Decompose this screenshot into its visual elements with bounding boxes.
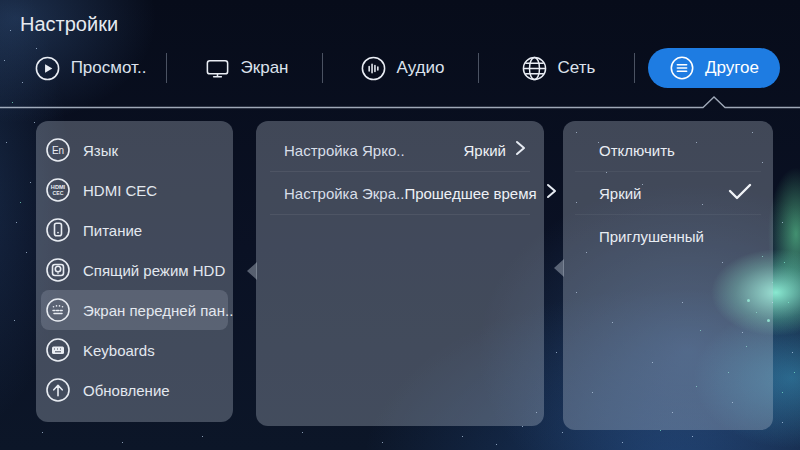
setting-row-brightness[interactable]: Настройка Ярко.. Яркий [256, 129, 544, 171]
tab-label: Экран [241, 58, 289, 78]
sidebar-item-label: Язык [83, 142, 118, 159]
selected-tab-pill: Другое [648, 48, 780, 88]
language-icon: En [44, 136, 72, 164]
network-globe-icon [521, 55, 548, 82]
starfield-layer-2 [0, 0, 1, 1]
menu-circle-icon [669, 55, 695, 81]
sidebar-item-label: Экран передней пан.. [83, 302, 233, 319]
chevron-right-icon [546, 183, 557, 203]
tab-label: Другое [705, 58, 759, 78]
tab-screen[interactable]: Экран [204, 55, 289, 82]
sidebar-item-hdd-sleep[interactable]: Спящий режим HDD [41, 250, 228, 290]
tab-other[interactable]: Другое [648, 48, 780, 88]
tab-label: Просмот.. [71, 58, 147, 78]
tab-divider [634, 53, 635, 83]
tab-network[interactable]: Сеть [521, 55, 596, 82]
setting-label: Настройка Ярко.. [284, 142, 464, 159]
panel-notch-left [247, 262, 257, 280]
sidebar-item-label: HDMI CEC [83, 182, 157, 199]
hdmi-cec-icon: HDMICEC [44, 176, 72, 204]
play-icon [34, 55, 61, 82]
option-disable[interactable]: Отключить [563, 129, 773, 171]
sidebar-item-hdmi-cec[interactable]: HDMICEC HDMI CEC [41, 170, 228, 210]
settings-sidebar: En Язык HDMICEC HDMI CEC Питание Спящий … [36, 121, 233, 422]
power-icon [44, 216, 72, 244]
svg-text:CEC: CEC [53, 190, 64, 196]
option-bright[interactable]: Яркий [563, 172, 773, 214]
sidebar-item-label: Спящий режим HDD [83, 262, 225, 279]
settings-screen: Настройки Просмот.. Экран Аудио Сеть [0, 0, 800, 450]
keyboard-icon [44, 336, 72, 364]
setting-label: Настройка Экра.. [284, 185, 404, 202]
settings-detail-panel: Настройка Ярко.. Яркий Настройка Экра.. … [256, 121, 544, 426]
update-icon [44, 376, 72, 404]
sidebar-item-power[interactable]: Питание [41, 210, 228, 250]
front-panel-icon [44, 296, 72, 324]
sidebar-item-label: Питание [83, 222, 142, 239]
setting-value: Прошедшее время [404, 185, 536, 202]
tab-divider [322, 53, 323, 83]
sidebar-item-front-panel-display[interactable]: Экран передней пан.. [41, 290, 228, 330]
tab-divider [478, 53, 479, 83]
option-label: Приглушенный [599, 228, 753, 245]
page-title: Настройки [20, 13, 118, 36]
option-dimmed[interactable]: Приглушенный [563, 215, 773, 257]
hdd-sleep-icon [44, 256, 72, 284]
sidebar-item-label: Keyboards [83, 342, 155, 359]
tab-playback[interactable]: Просмот.. [34, 55, 147, 82]
svg-text:En: En [52, 145, 64, 156]
tab-label: Сеть [558, 58, 596, 78]
tab-indicator-line [0, 95, 800, 110]
tab-divider [166, 53, 167, 83]
checkmark-icon [727, 181, 753, 205]
chevron-right-icon [515, 140, 526, 160]
panel-notch-left [554, 259, 564, 277]
option-label: Яркий [599, 185, 727, 202]
sidebar-item-language[interactable]: En Язык [41, 130, 228, 170]
tab-label: Аудио [397, 58, 445, 78]
audio-icon [360, 55, 387, 82]
sidebar-item-update[interactable]: Обновление [41, 370, 228, 410]
options-panel: Отключить Яркий Приглушенный [563, 121, 773, 430]
setting-value: Яркий [464, 142, 507, 159]
option-label: Отключить [599, 142, 753, 159]
sidebar-item-keyboards[interactable]: Keyboards [41, 330, 228, 370]
tab-audio[interactable]: Аудио [360, 55, 445, 82]
tab-bar: Просмот.. Экран Аудио Сеть [12, 48, 792, 88]
screen-icon [204, 55, 231, 82]
setting-row-screen-display[interactable]: Настройка Экра.. Прошедшее время [256, 172, 544, 214]
sidebar-item-label: Обновление [83, 382, 170, 399]
row-divider [270, 214, 530, 215]
